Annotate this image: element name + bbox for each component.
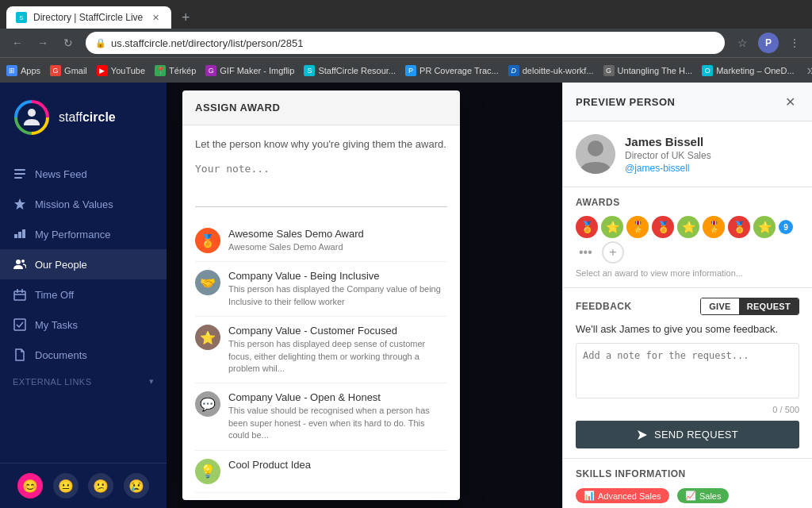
- skill-badge-sales: 📈 Sales: [677, 488, 730, 503]
- bookmark-staffcircle[interactable]: S StaffCircle Resour...: [304, 65, 396, 76]
- sidebar-item-my-performance[interactable]: My Performance: [0, 219, 167, 249]
- bookmark-untangling[interactable]: G Untangling The H...: [603, 65, 693, 76]
- award-item-4[interactable]: 💬 Company Value - Open & Honest This val…: [195, 383, 447, 450]
- award-name-3: Company Value - Customer Focused: [228, 325, 447, 337]
- award-desc-2: This person has displayed the Company va…: [228, 283, 447, 308]
- logo-text-bold: circle: [82, 110, 116, 124]
- url-text: us.staffcircle.net/directory/list/person…: [111, 37, 304, 49]
- active-tab[interactable]: S Directory | StaffCircle Live ✕: [6, 6, 171, 29]
- skill-badge-advanced-sales: 📊 Advanced Sales: [576, 488, 669, 503]
- award-item-2[interactable]: 🤝 Company Value - Being Inclusive This p…: [195, 262, 447, 317]
- award-item-3[interactable]: ⭐ Company Value - Customer Focused This …: [195, 317, 447, 383]
- bookmark-marketing-label: Marketing – OneD...: [716, 66, 794, 75]
- svg-rect-11: [14, 319, 25, 330]
- gmail-icon: G: [50, 65, 61, 76]
- person-role: Director of UK Sales: [625, 150, 799, 161]
- bookmark-apps[interactable]: ⊞ Apps: [6, 65, 40, 76]
- award-honest-icon: 💬: [195, 391, 220, 417]
- award-badge-8[interactable]: ⭐: [753, 216, 776, 238]
- menu-button[interactable]: ⋮: [783, 32, 806, 54]
- award-badge-6[interactable]: 🎖️: [703, 216, 725, 238]
- external-links-section[interactable]: EXTERNAL LINKS ▾: [0, 370, 167, 390]
- svg-rect-2: [14, 169, 25, 171]
- bookmark-youtube[interactable]: ▶ YouTube: [97, 65, 145, 76]
- bookmark-terkep[interactable]: 📍 Térkép: [155, 65, 196, 76]
- address-bar[interactable]: 🔒 us.staffcircle.net/directory/list/pers…: [86, 32, 725, 54]
- award-content-5: Cool Product Idea: [228, 459, 447, 471]
- external-links-label: EXTERNAL LINKS: [13, 377, 92, 387]
- reload-button[interactable]: ↻: [57, 32, 79, 54]
- nav-label-mission: Mission & Values: [35, 198, 113, 210]
- award-badge-1[interactable]: 🏅: [576, 216, 598, 238]
- sidebar-item-news-feed[interactable]: News Feed: [0, 159, 167, 189]
- award-name-1: Awesome Sales Demo Award: [228, 228, 447, 240]
- tab-close-button[interactable]: ✕: [149, 11, 162, 24]
- bookmark-deloitte[interactable]: D deloitte-uk-workf...: [508, 65, 594, 76]
- modal-note-input[interactable]: [195, 160, 447, 207]
- person-details: James Bissell Director of UK Sales @jame…: [625, 135, 799, 174]
- award-desc-1: Awesome Sales Demo Award: [228, 241, 447, 253]
- staffcircle-logo-icon: [13, 98, 51, 137]
- skills-section: SKILLS INFORMATION 📊 Advanced Sales 📈 Sa…: [563, 459, 812, 508]
- award-badge-2[interactable]: ⭐: [601, 216, 623, 238]
- tab-favicon: S: [16, 12, 27, 23]
- sidebar-item-my-tasks[interactable]: My Tasks: [0, 310, 167, 340]
- deloitte-icon: D: [508, 65, 519, 76]
- sidebar-item-documents[interactable]: Documents: [0, 340, 167, 370]
- send-request-button[interactable]: SEND REQUEST: [576, 421, 799, 448]
- awards-count-badge: 9: [779, 220, 793, 234]
- mission-values-icon: [13, 197, 27, 211]
- side-panel-close-button[interactable]: ✕: [780, 92, 799, 111]
- modal-header: ASSIGN AWARD: [182, 90, 460, 125]
- side-panel: PREVIEW PERSON ✕ James Bissell Director …: [562, 83, 812, 508]
- svg-point-5: [16, 260, 21, 264]
- award-item-5[interactable]: 💡 Cool Product Idea: [195, 451, 447, 493]
- back-button[interactable]: ←: [6, 32, 29, 54]
- award-badge-5[interactable]: ⭐: [677, 216, 699, 238]
- award-name-5: Cool Product Idea: [228, 459, 447, 471]
- more-bookmarks-button[interactable]: »: [807, 62, 812, 79]
- profile-button[interactable]: P: [758, 33, 779, 53]
- feedback-section: FEEDBACK GIVE REQUEST We'll ask James to…: [563, 288, 812, 459]
- award-name-4: Company Value - Open & Honest: [228, 391, 447, 403]
- award-list: 🏅 Awesome Sales Demo Award Awesome Sales…: [195, 220, 447, 493]
- award-badge-4[interactable]: 🏅: [652, 216, 674, 238]
- feedback-note-input[interactable]: [576, 343, 799, 398]
- bookmark-marketing[interactable]: O Marketing – OneD...: [702, 65, 794, 76]
- bookmark-button[interactable]: ☆: [731, 32, 753, 54]
- awards-more-button[interactable]: •••: [576, 245, 596, 260]
- bookmark-gmail[interactable]: G Gmail: [50, 65, 87, 76]
- external-links-chevron: ▾: [149, 376, 155, 387]
- emoji-btn-1[interactable]: 😊: [17, 473, 43, 498]
- nav-label-our-people: Our People: [35, 259, 87, 271]
- award-badge-7[interactable]: 🏅: [728, 216, 750, 238]
- feedback-give-tab[interactable]: GIVE: [701, 298, 739, 314]
- sidebar-item-our-people[interactable]: Our People: [0, 249, 167, 279]
- bookmark-gif[interactable]: G GIF Maker - Imgflip: [205, 65, 294, 76]
- sidebar-item-mission-values[interactable]: Mission & Values: [0, 189, 167, 219]
- performance-icon: [13, 227, 27, 241]
- sidebar-item-time-off[interactable]: Time Off: [0, 279, 167, 310]
- youtube-icon: ▶: [97, 65, 108, 76]
- award-medal-icon: 🏅: [195, 228, 220, 253]
- bookmark-pr[interactable]: P PR Coverage Trac...: [405, 65, 499, 76]
- terkep-icon: 📍: [155, 65, 166, 76]
- award-idea-icon: 💡: [195, 459, 220, 484]
- bookmarks-bar: ⊞ Apps G Gmail ▶ YouTube 📍 Térkép G GIF …: [0, 57, 812, 83]
- sidebar: staffcircle News Feed Mission & Values: [0, 83, 167, 508]
- new-tab-button[interactable]: +: [174, 6, 197, 29]
- award-item-1[interactable]: 🏅 Awesome Sales Demo Award Awesome Sales…: [195, 220, 447, 262]
- person-info: James Bissell Director of UK Sales @jame…: [563, 121, 812, 187]
- our-people-icon: [13, 257, 27, 271]
- forward-button[interactable]: →: [32, 32, 54, 54]
- emoji-btn-4[interactable]: 😢: [124, 473, 149, 498]
- sidebar-logo-text: staffcircle: [59, 110, 116, 125]
- nav-label-news-feed: News Feed: [35, 168, 87, 180]
- emoji-btn-3[interactable]: 😕: [88, 473, 113, 498]
- nav-label-performance: My Performance: [35, 229, 110, 241]
- add-award-button[interactable]: +: [602, 241, 624, 264]
- feedback-request-tab[interactable]: REQUEST: [739, 298, 799, 314]
- award-badge-3[interactable]: 🎖️: [626, 216, 649, 238]
- svg-rect-7: [14, 291, 25, 300]
- emoji-btn-2[interactable]: 😐: [53, 473, 79, 498]
